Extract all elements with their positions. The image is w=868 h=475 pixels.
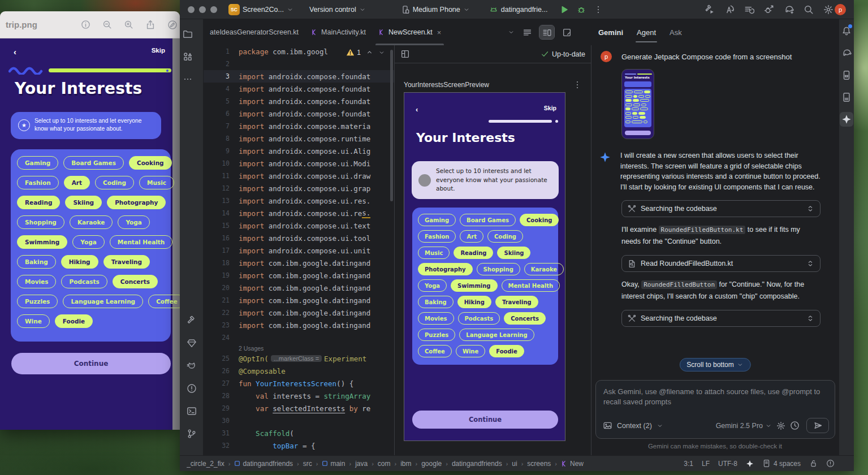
line-number[interactable]: 12: [204, 184, 239, 192]
device-manager-icon[interactable]: [840, 90, 853, 105]
line-number[interactable]: 6: [204, 110, 239, 118]
line-number[interactable]: 30: [204, 417, 239, 425]
view-split-button[interactable]: [539, 25, 554, 39]
image-attach-icon[interactable]: [603, 421, 612, 430]
preview-chip-puzzles[interactable]: Puzzles: [418, 329, 455, 341]
preview-chip-skiing[interactable]: Skiing: [497, 247, 530, 259]
gemini-tab-ask[interactable]: Ask: [670, 19, 682, 45]
chevron-updown-icon[interactable]: [806, 314, 814, 322]
inspection-widget[interactable]: 1: [344, 47, 387, 58]
logcat-icon[interactable]: [184, 358, 200, 374]
send-button[interactable]: [806, 418, 829, 433]
line-number[interactable]: 20: [204, 284, 239, 292]
caret-position[interactable]: 3:1: [684, 460, 693, 468]
version-control-icon[interactable]: [184, 426, 200, 442]
preview-chip-podcasts[interactable]: Podcasts: [458, 312, 500, 325]
user-avatar[interactable]: p: [835, 4, 846, 15]
gemini-icon[interactable]: [840, 112, 853, 127]
line-number[interactable]: 4: [204, 85, 239, 93]
design-chip-fashion[interactable]: Fashion: [17, 176, 59, 189]
preview-chip-mental-health[interactable]: Mental Health: [502, 279, 560, 292]
design-chip-traveling[interactable]: Traveling: [103, 255, 150, 269]
design-chip-hiking[interactable]: Hiking: [61, 255, 98, 269]
chevron-down-icon[interactable]: [508, 29, 515, 36]
history-icon[interactable]: [744, 5, 754, 15]
design-chip-movies[interactable]: Movies: [17, 275, 56, 288]
problems-icon[interactable]: [184, 381, 200, 396]
preview-chip-yoga[interactable]: Yoga: [418, 279, 447, 292]
design-chip-podcasts[interactable]: Podcasts: [61, 275, 107, 288]
design-chip-language-learning[interactable]: Language Learning: [63, 295, 143, 308]
settings-icon[interactable]: [823, 5, 834, 15]
design-chip-swimming[interactable]: Swimming: [17, 235, 67, 249]
build-run-icon[interactable]: [705, 5, 715, 15]
preview-chip-karaoke[interactable]: Karaoke: [524, 263, 564, 275]
gemini-input-box[interactable]: Ask Gemini, use @filename to attach sour…: [595, 380, 835, 439]
line-number[interactable]: 25: [204, 355, 239, 362]
design-chip-cooking[interactable]: Cooking: [129, 156, 172, 170]
preview-chip-gaming[interactable]: Gaming: [418, 214, 456, 226]
build-icon[interactable]: [184, 313, 200, 329]
search-icon[interactable]: [804, 5, 814, 15]
design-chip-baking[interactable]: Baking: [17, 255, 56, 269]
line-number[interactable]: 21: [204, 296, 239, 304]
line-separator[interactable]: LF: [702, 460, 710, 468]
file-encoding[interactable]: UTF-8: [718, 460, 737, 468]
line-number[interactable]: 29: [204, 404, 239, 412]
preview-chip-reading[interactable]: Reading: [454, 247, 493, 259]
breadcrumb-item-google[interactable]: google: [421, 460, 442, 468]
gradle-sync-icon[interactable]: [784, 5, 794, 15]
resource-manager-icon[interactable]: [180, 49, 196, 64]
line-number[interactable]: 32: [204, 442, 239, 450]
debug-icon[interactable]: [577, 5, 586, 14]
zoom-in-icon[interactable]: [124, 20, 133, 29]
preview-chip-art[interactable]: Art: [460, 230, 483, 243]
chevron-updown-icon[interactable]: [806, 260, 814, 267]
usages-hint-row[interactable]: 2 Usages: [204, 344, 394, 352]
preview-chip-movies[interactable]: Movies: [418, 312, 454, 325]
error-highlight-icon[interactable]: [826, 459, 835, 468]
notifications-icon[interactable]: [840, 24, 853, 38]
breadcrumb-item-ui[interactable]: ui: [512, 460, 517, 468]
design-chip-reading[interactable]: Reading: [17, 196, 60, 209]
preview-chip-hiking[interactable]: Hiking: [457, 296, 491, 308]
line-number[interactable]: 18: [204, 259, 239, 267]
design-chip-skiing[interactable]: Skiing: [65, 196, 102, 209]
run-icon[interactable]: [560, 5, 569, 14]
design-chip-concerts[interactable]: Concerts: [113, 275, 158, 288]
indent-widget[interactable]: 4 spaces: [762, 459, 801, 468]
breadcrumb-item--circle-2-fix[interactable]: _circle_2_fix: [187, 460, 224, 468]
design-chip-yoga[interactable]: Yoga: [72, 235, 104, 249]
tool-call-card[interactable]: Searching the codebase: [621, 200, 821, 217]
line-number[interactable]: 22: [204, 309, 239, 317]
design-chip-mental-health[interactable]: Mental Health: [110, 235, 173, 249]
preview-chip-cooking[interactable]: Cooking: [520, 214, 559, 226]
share-icon[interactable]: [145, 20, 156, 30]
design-chip-foodie[interactable]: Foodie: [55, 314, 93, 328]
tab-newscreen[interactable]: NewScreen.kt×: [372, 19, 447, 45]
line-number[interactable]: 10: [204, 159, 239, 167]
gemini-tab-agent[interactable]: Agent: [637, 19, 656, 45]
model-selector[interactable]: Gemini 2.5 Pro: [716, 422, 772, 430]
zoom-out-icon[interactable]: [102, 20, 112, 29]
layout-editor-icon[interactable]: [400, 49, 410, 59]
design-chip-puzzles[interactable]: Puzzles: [17, 295, 58, 308]
line-number[interactable]: 1: [204, 48, 239, 55]
gradle-icon[interactable]: [840, 46, 853, 61]
tool-call-card[interactable]: Read RoundedFilledButton.kt: [621, 255, 821, 272]
line-number[interactable]: 24: [204, 334, 239, 342]
breadcrumb-item-datingandfriends[interactable]: datingandfriends: [234, 460, 293, 468]
scroll-to-bottom-button[interactable]: Scroll to bottom: [679, 358, 750, 372]
design-chip-karaoke[interactable]: Karaoke: [70, 215, 113, 229]
line-number[interactable]: 28: [204, 392, 239, 400]
preview-chip-board-games[interactable]: Board Games: [460, 214, 516, 226]
context-dropdown[interactable]: Context (2): [617, 422, 652, 430]
breadcrumb-item-java[interactable]: java: [355, 460, 368, 468]
lock-open-icon[interactable]: [809, 459, 818, 468]
preview-chip-coding[interactable]: Coding: [487, 230, 523, 243]
terminal-icon[interactable]: [184, 403, 200, 419]
design-chip-music[interactable]: Music: [139, 176, 174, 189]
more-tool-windows-icon[interactable]: [180, 71, 196, 87]
design-chip-gaming[interactable]: Gaming: [17, 156, 58, 170]
line-number[interactable]: 23: [204, 321, 239, 329]
